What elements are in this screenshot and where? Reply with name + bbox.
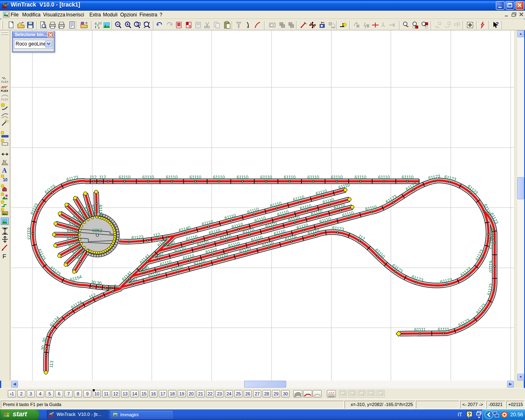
- svg-text:30: 30: [40, 345, 45, 350]
- svg-text:J20°: J20°: [1, 85, 8, 89]
- svg-text:61110: 61110: [260, 175, 272, 180]
- svg-text:61110: 61110: [119, 175, 130, 180]
- svg-text:113: 113: [48, 361, 54, 368]
- svg-text:FLEX: FLEX: [1, 98, 9, 101]
- svg-text:30: 30: [96, 280, 102, 285]
- svg-text:61110: 61110: [166, 175, 178, 180]
- svg-text:61123: 61123: [488, 237, 493, 249]
- svg-text:F: F: [2, 253, 6, 260]
- svg-text:10: 10: [3, 178, 8, 182]
- svg-text:10: 10: [5, 2, 9, 6]
- svg-text:?: ?: [495, 21, 499, 27]
- svg-text:61110: 61110: [98, 205, 103, 217]
- svg-text:?: ?: [468, 412, 471, 417]
- svg-text:61123: 61123: [131, 234, 144, 240]
- svg-text:61111: 61111: [438, 326, 449, 331]
- svg-text:112: 112: [99, 175, 106, 180]
- svg-text:12: 12: [98, 21, 102, 25]
- svg-text:FLEX: FLEX: [1, 89, 8, 92]
- svg-text:61110: 61110: [213, 175, 225, 180]
- svg-text:61123: 61123: [26, 227, 32, 240]
- svg-text:180: 180: [331, 26, 336, 29]
- svg-text:61110: 61110: [355, 175, 366, 180]
- svg-text:30: 30: [91, 279, 96, 285]
- svg-text:61110: 61110: [237, 175, 248, 180]
- svg-text:61110: 61110: [308, 175, 319, 180]
- svg-text:61110: 61110: [189, 175, 201, 180]
- svg-text:61110: 61110: [331, 175, 342, 180]
- svg-text:A: A: [2, 167, 7, 174]
- svg-text:61110: 61110: [378, 175, 390, 180]
- svg-text:61111: 61111: [414, 327, 426, 332]
- svg-text:6052: 6052: [92, 228, 102, 233]
- svg-text:61110: 61110: [402, 175, 413, 180]
- svg-text:61110: 61110: [284, 175, 295, 180]
- svg-text:61110: 61110: [67, 228, 79, 233]
- svg-text:61110: 61110: [488, 261, 493, 272]
- svg-text:112: 112: [89, 175, 96, 180]
- svg-text:FLEX: FLEX: [1, 80, 9, 83]
- svg-text:61110: 61110: [142, 175, 154, 180]
